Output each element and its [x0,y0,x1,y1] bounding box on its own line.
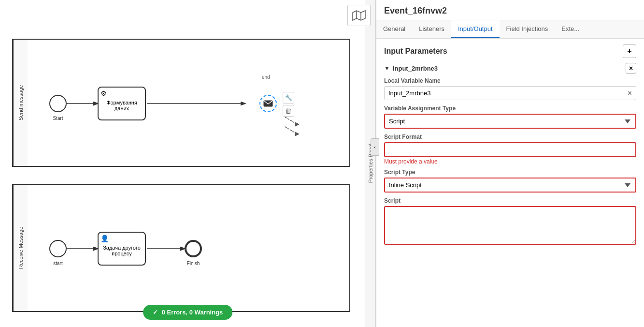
start-event-pool2[interactable]: start [49,240,67,257]
local-variable-name-label: Local Variable Name [384,77,636,84]
script-textarea[interactable] [384,206,636,245]
end-label-pool2: Finish [187,261,200,266]
add-input-parameter-button[interactable]: + [623,45,636,58]
panel-header: Event_16fnvw2 [376,0,644,20]
tab-field-injections[interactable]: Field Injections [500,20,555,38]
tab-general[interactable]: General [376,20,412,38]
properties-panel-strip[interactable]: Properties Panel [365,0,375,327]
start-label-pool2: start [53,261,62,266]
task-pool2[interactable]: 👤 Задача другого процесу [98,232,146,266]
local-variable-name-field-wrapper: × [384,86,636,100]
task-box-pool1: ⚙ Формування даних [98,87,146,120]
task-label-pool1: Формування даних [99,100,145,111]
tab-listeners[interactable]: Listeners [412,20,451,38]
input-parameter-item: ▼ Input_2mrbne3 × Local Variable Name × … [384,63,636,247]
wrench-tool-icon[interactable]: 🔧 [283,92,294,104]
task-label-pool2: Задача другого процесу [99,245,145,256]
task-gear-icon: ⚙ [100,89,107,97]
tab-input-output[interactable]: Input/Output [451,20,500,38]
panel-collapse-button[interactable]: ‹ [371,138,379,156]
svg-marker-0 [353,11,365,20]
variable-assignment-type-label: Variable Assignment Type [384,105,636,112]
input-group-name: Input_2mrbne3 [393,65,626,72]
task-pool1[interactable]: ⚙ Формування даних [98,87,146,120]
end-message-event[interactable] [259,95,277,112]
start-circle-pool2 [49,240,67,257]
chevron-down-icon: ▼ [384,65,390,72]
script-format-label: Script Format [384,134,636,140]
input-parameters-section-header: Input Parameters + [384,45,636,58]
script-label: Script [384,197,636,204]
task-box-pool2: 👤 Задача другого процесу [98,232,146,266]
script-type-label: Script Type [384,169,636,176]
end-circle-pool2 [185,240,202,257]
panel-content: Input Parameters + ▼ Input_2mrbne3 × Loc… [376,39,644,327]
svg-marker-9 [295,132,300,136]
end-message-circle [259,95,277,112]
input-group-header: ▼ Input_2mrbne3 × [384,63,636,74]
script-format-input[interactable] [384,142,636,157]
remove-input-button[interactable]: × [626,63,636,74]
properties-panel: ‹ Event_16fnvw2 General Listeners Input/… [376,0,644,327]
status-bar: ✓ 0 Errors, 0 Warnings [143,305,233,320]
status-text: 0 Errors, 0 Warnings [162,309,223,316]
status-check-icon: ✓ [153,309,158,316]
collapse-arrow-icon: ‹ [374,145,375,150]
script-format-error: Must provide a value [384,158,636,165]
start-event-pool1[interactable]: Start [49,95,67,112]
local-variable-name-input[interactable] [385,87,624,100]
pool-receive-message: Receive Message start 👤 Задача друг [12,184,350,312]
panel-tabs: General Listeners Input/Output Field Inj… [376,20,644,39]
pool-receive-message-label: Receive Message [13,185,28,311]
panel-element-id: Event_16fnvw2 [384,6,636,16]
pool-send-message-label: Send message [13,40,28,166]
pool-send-message: Send message [12,39,350,167]
variable-assignment-type-select[interactable]: Script [384,114,636,129]
tab-extensions[interactable]: Exte... [555,20,586,38]
end-event-label-pool1: end [262,74,270,80]
tool-icons-panel: 🔧 🗑 [283,92,294,117]
map-button[interactable] [347,5,371,26]
script-type-select[interactable]: Inline Script [384,178,636,193]
start-circle-pool1 [49,95,67,112]
local-variable-clear-button[interactable]: × [624,87,636,100]
task-user-icon: 👤 [100,235,109,242]
start-label-pool1: Start [53,116,63,121]
end-event-pool2[interactable]: Finish [185,240,202,257]
canvas-area: Send message [0,0,376,327]
input-parameters-title: Input Parameters [384,47,447,56]
flow-arrow-icons [283,115,302,146]
svg-marker-8 [295,122,300,127]
